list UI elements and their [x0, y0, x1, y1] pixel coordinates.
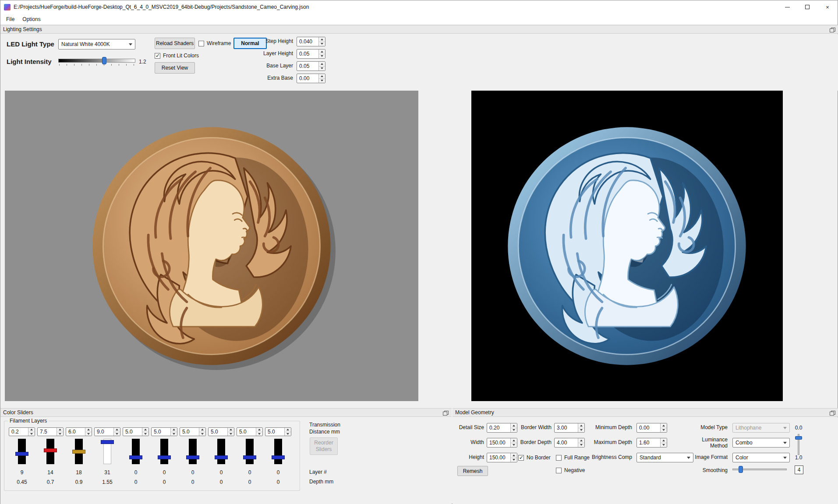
height-spinbox[interactable]: 150.00 — [487, 453, 517, 462]
base-layer-spinbox[interactable]: 0.05 — [297, 61, 325, 71]
spin-down-icon[interactable] — [285, 432, 291, 436]
spin-up-icon[interactable] — [319, 37, 325, 42]
filament-transmission-spinbox[interactable]: 0.2 — [9, 427, 35, 436]
filament-color-slider[interactable] — [66, 439, 92, 464]
step-height-spinbox[interactable]: 0.040 — [297, 37, 325, 46]
spin-down-icon[interactable] — [319, 66, 325, 71]
front-lit-colors-checkbox[interactable]: Front Lit Colors — [155, 53, 199, 59]
filament-color-slider[interactable] — [123, 439, 149, 464]
no-border-checkbox[interactable]: No Border — [518, 455, 551, 461]
spin-down-icon[interactable] — [142, 432, 149, 436]
spin-down-icon[interactable] — [199, 432, 205, 436]
filament-slider-handle[interactable] — [72, 450, 85, 454]
border-depth-spinbox[interactable]: 4.00 — [554, 438, 585, 448]
remesh-button[interactable]: Remesh — [457, 466, 488, 476]
full-range-checkbox[interactable]: Full Range — [556, 455, 590, 461]
filament-color-slider[interactable] — [151, 439, 177, 464]
smoothing-value-box[interactable]: 4 — [795, 465, 803, 474]
spin-up-icon[interactable] — [661, 423, 667, 428]
light-intensity-slider-handle[interactable] — [102, 57, 106, 64]
spin-down-icon[interactable] — [511, 458, 517, 462]
filament-slider-handle[interactable] — [243, 455, 256, 459]
spin-up-icon[interactable] — [256, 428, 262, 432]
maximize-button[interactable] — [797, 0, 817, 14]
spin-up-icon[interactable] — [114, 428, 120, 432]
luminance-method-combo[interactable]: Combo — [732, 438, 790, 448]
minimize-button[interactable] — [777, 0, 797, 14]
filament-color-slider[interactable] — [237, 439, 263, 464]
spin-up-icon[interactable] — [199, 428, 205, 432]
spin-up-icon[interactable] — [578, 423, 584, 428]
filament-slider-handle[interactable] — [15, 452, 28, 456]
extra-base-spinbox[interactable]: 0.00 — [297, 74, 325, 83]
luminance-range-slider[interactable] — [792, 434, 805, 455]
viewport-source-image[interactable] — [471, 91, 783, 401]
filament-transmission-spinbox[interactable]: 5.0 — [180, 427, 206, 436]
spin-down-icon[interactable] — [319, 78, 325, 83]
filament-slider-handle[interactable] — [129, 455, 142, 459]
spin-down-icon[interactable] — [171, 432, 177, 436]
spin-down-icon[interactable] — [578, 443, 584, 448]
menu-options[interactable]: Options — [18, 14, 44, 24]
detail-size-spinbox[interactable]: 0.20 — [487, 423, 517, 433]
reset-view-button[interactable]: Reset View — [155, 62, 195, 74]
minimum-depth-spinbox[interactable]: 0.00 — [636, 423, 667, 433]
spin-up-icon[interactable] — [511, 453, 517, 458]
filament-color-slider[interactable] — [208, 439, 234, 464]
filament-slider-handle[interactable] — [158, 455, 171, 459]
filament-color-slider[interactable] — [94, 439, 120, 464]
spin-up-icon[interactable] — [511, 423, 517, 428]
spin-up-icon[interactable] — [319, 62, 325, 66]
spin-down-icon[interactable] — [85, 432, 92, 436]
filament-slider-handle[interactable] — [186, 455, 199, 459]
filament-slider-handle[interactable] — [44, 448, 57, 452]
filament-transmission-spinbox[interactable]: 5.0 — [151, 427, 177, 436]
reload-shaders-button[interactable]: Reload Shaders — [155, 38, 195, 49]
spin-down-icon[interactable] — [578, 428, 584, 433]
smoothing-slider[interactable] — [732, 465, 787, 473]
spin-up-icon[interactable] — [578, 438, 584, 443]
filament-transmission-spinbox[interactable]: 5.0 — [265, 427, 291, 436]
spin-up-icon[interactable] — [28, 428, 35, 432]
spin-down-icon[interactable] — [661, 443, 667, 448]
spin-down-icon[interactable] — [57, 432, 63, 436]
viewport-filament-render[interactable] — [5, 91, 418, 401]
spin-up-icon[interactable] — [85, 428, 92, 432]
spin-down-icon[interactable] — [228, 432, 234, 436]
lighting-settings-dock-header[interactable]: Lighting Settings — [0, 25, 838, 34]
color-sliders-dock-header[interactable]: Color Sliders — [0, 408, 452, 417]
layer-height-spinbox[interactable]: 0.05 — [297, 49, 325, 59]
title-bar[interactable]: E:/Projects/HueForge/build-HueForge-Desk… — [0, 0, 838, 14]
filament-color-slider[interactable] — [265, 439, 291, 464]
maximum-depth-spinbox[interactable]: 1.60 — [636, 438, 667, 448]
spin-up-icon[interactable] — [228, 428, 234, 432]
filament-color-slider[interactable] — [37, 439, 64, 464]
filament-slider-handle[interactable] — [272, 455, 285, 459]
brightness-comp-combo[interactable]: Standard — [636, 453, 693, 462]
spin-down-icon[interactable] — [319, 42, 325, 46]
filament-transmission-spinbox[interactable]: 5.0 — [123, 427, 149, 436]
close-button[interactable]: × — [817, 0, 838, 14]
led-light-type-combo[interactable]: Natural White 4000K — [58, 39, 135, 49]
width-spinbox[interactable]: 150.00 — [487, 438, 517, 448]
spin-up-icon[interactable] — [285, 428, 291, 432]
light-intensity-slider[interactable] — [58, 57, 135, 67]
filament-transmission-spinbox[interactable]: 7.5 — [37, 427, 64, 436]
filament-color-slider[interactable] — [9, 439, 35, 464]
wireframe-checkbox[interactable]: Wireframe — [198, 40, 231, 46]
filament-transmission-spinbox[interactable]: 5.0 — [237, 427, 263, 436]
float-dock-icon[interactable] — [830, 28, 835, 32]
filament-transmission-spinbox[interactable]: 5.0 — [208, 427, 234, 436]
spin-down-icon[interactable] — [114, 432, 120, 436]
spin-down-icon[interactable] — [319, 54, 325, 59]
spin-up-icon[interactable] — [511, 438, 517, 443]
light-intensity-slider-track[interactable] — [58, 59, 135, 63]
model-geometry-dock-header[interactable]: Model Geometry — [453, 408, 838, 417]
smoothing-slider-handle[interactable] — [739, 466, 743, 473]
border-width-spinbox[interactable]: 3.00 — [554, 423, 585, 433]
filament-slider-handle[interactable] — [101, 440, 114, 444]
spin-up-icon[interactable] — [57, 428, 63, 432]
spin-up-icon[interactable] — [142, 428, 149, 432]
spin-up-icon[interactable] — [319, 74, 325, 78]
luminance-range-slider-handle[interactable] — [795, 436, 802, 440]
